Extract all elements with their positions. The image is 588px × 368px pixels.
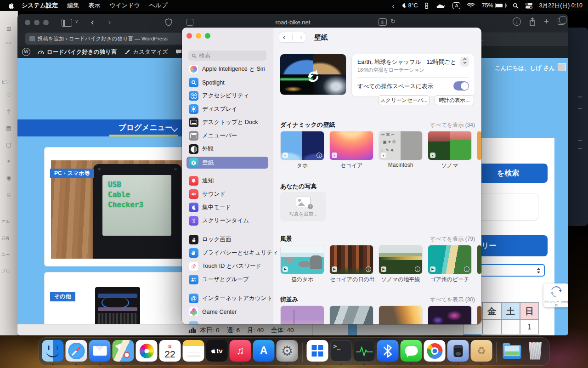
reload-icon[interactable]: ↻ <box>390 18 396 25</box>
scrollbar-thumb[interactable] <box>348 324 357 335</box>
battery-status-item[interactable]: 75% <box>481 2 505 9</box>
trash-icon[interactable]: ⍌ <box>0 192 17 198</box>
tab-overview-icon[interactable] <box>558 18 565 25</box>
category-tag[interactable]: その他 <box>50 292 75 301</box>
wallpaper-preview[interactable] <box>280 54 346 95</box>
sidebar-label-albums[interactable]: アル <box>1 219 17 225</box>
dock-messages[interactable] <box>401 340 422 365</box>
sidebar-item-focus[interactable]: 集中モード <box>187 201 268 214</box>
clock-button[interactable]: 時計の表示... <box>435 95 474 105</box>
wallpaper-thumb[interactable] <box>379 306 422 324</box>
address-bar[interactable]: road-bike.net <box>17 19 568 26</box>
settings-search-field[interactable]: 検索 <box>188 51 266 61</box>
map-icon[interactable]: ▤ <box>0 125 17 131</box>
dock-downloads-folder[interactable] <box>501 340 523 365</box>
sidebar-item-siri[interactable]: Apple Intelligence と Siri <box>187 63 268 75</box>
dock-music[interactable]: ♫ <box>230 340 251 365</box>
dock-audio-app[interactable] <box>447 340 469 365</box>
sidebar-item-lockscreen[interactable]: ロック画面 <box>187 233 268 246</box>
sidebar-item-notifications[interactable]: 通知 <box>187 175 268 187</box>
show-all-link[interactable]: すべてを表示 (30) <box>430 296 475 304</box>
menu-clock[interactable]: 3月22日(日) 0:10 <box>539 2 582 10</box>
people-icon[interactable]: ◉ <box>0 175 17 181</box>
sidebar-item-wallpaper-selected[interactable]: 壁紙 <box>187 157 268 169</box>
sidebar-item-internet-accounts[interactable]: @ インターネットアカウント <box>187 292 268 305</box>
category-tag[interactable]: PC・スマホ等 <box>50 169 94 178</box>
sidebar-label-utilities[interactable]: ユー <box>1 252 17 258</box>
sidebar-item-menubar[interactable]: メニューバー <box>187 130 268 142</box>
sidebar-item-accessibility[interactable]: アクセシビリティ <box>187 90 268 102</box>
gallery-icon[interactable]: ⊞ <box>0 26 17 32</box>
sidebar-label-shared[interactable]: 共有 <box>1 235 17 241</box>
menu-app-name[interactable]: システム設定 <box>22 1 58 10</box>
menu-view[interactable]: 表示 <box>88 1 100 10</box>
minimize-button[interactable] <box>196 33 201 39</box>
translate-icon[interactable]: あ <box>379 18 387 26</box>
zoom-button[interactable] <box>205 33 210 39</box>
wallpaper-thumb-partial[interactable] <box>477 131 481 160</box>
close-button[interactable] <box>187 33 192 39</box>
dock-terminal[interactable]: >_ <box>330 340 352 365</box>
apple-menu-icon[interactable] <box>8 2 14 9</box>
sidebar-item-sound[interactable]: サウンド <box>187 188 268 200</box>
sidebar-item-desktop-dock[interactable]: デスクトップと Dock <box>187 116 268 129</box>
dock-chrome[interactable] <box>424 340 446 365</box>
show-all-link[interactable]: すべてを表示 (34) <box>430 121 475 129</box>
dock-mail[interactable] <box>89 340 111 365</box>
screensaver-button[interactable]: スクリーンセーバ... <box>378 95 430 105</box>
dock-finder[interactable] <box>42 340 64 365</box>
menu-help[interactable]: ヘルプ <box>149 1 168 10</box>
dock-app-store[interactable]: A <box>253 340 275 365</box>
dock-system-settings[interactable]: ⚙ <box>277 340 298 365</box>
forward-button[interactable]: › <box>300 33 302 42</box>
dock-calendar[interactable]: 日 22 <box>159 340 181 365</box>
wallpaper-thumb[interactable]: ◐ <box>330 131 373 160</box>
collapse-chevron-icon[interactable]: ‹ <box>392 2 395 10</box>
tab-wordpress[interactable]: 投稿を追加 ‹ ロードバイク好きの独り言 — WordPress <box>25 33 198 45</box>
wallpaper-thumb[interactable]: ▶ ↓ <box>379 245 422 274</box>
wallpaper-thumb[interactable]: ▶ ↓ <box>428 245 471 274</box>
wordpress-logo-icon[interactable]: W <box>22 48 30 56</box>
dock-activity-monitor[interactable] <box>354 340 375 365</box>
sidebar-item-touchid[interactable]: Touch ID とパスワード <box>187 260 268 272</box>
spotlight-search-icon[interactable] <box>513 3 519 9</box>
wp-site-link[interactable]: ロードバイク好きの独り言 <box>38 48 117 56</box>
sidebar-label-projects[interactable]: プロ <box>1 268 17 274</box>
scan-icon[interactable]: ⌖ <box>0 158 17 164</box>
wallpaper-thumb[interactable]: ◐ <box>428 131 471 160</box>
sidebar-item-spotlight[interactable]: Spotlight <box>187 76 268 89</box>
sidebar-item-users[interactable]: ユーザとグループ <box>187 273 268 286</box>
status-item-icon[interactable] <box>424 2 429 9</box>
avatar[interactable] <box>558 63 566 71</box>
menu-edit[interactable]: 編集 <box>67 1 79 10</box>
sidebar-item-display[interactable]: ディスプレイ <box>187 103 268 115</box>
recaptcha-badge[interactable]: プライバシー - 利用規約 <box>543 283 568 307</box>
wallpaper-thumb[interactable]: ▶ ↓ <box>330 245 373 274</box>
dock-apple-tv[interactable]: tv <box>206 340 228 365</box>
runcat-icon[interactable] <box>435 3 446 9</box>
dock-windows[interactable] <box>307 340 328 365</box>
import-icon[interactable]: ⇪ <box>0 108 17 115</box>
dock-safari[interactable] <box>66 340 87 365</box>
dock-trash[interactable] <box>525 340 546 365</box>
weather-status-item[interactable]: 8°C <box>401 2 418 9</box>
wallpaper-thumb[interactable] <box>330 306 373 324</box>
dock-photos[interactable] <box>136 340 158 365</box>
new-tab-icon[interactable]: + <box>544 17 549 27</box>
wallpaper-thumb[interactable]: ◐ ↓ <box>281 131 324 160</box>
square-icon[interactable]: ▢ <box>0 142 17 148</box>
wp-customize-link[interactable]: カスタマイズ <box>124 48 168 56</box>
sidebar-item-screentime[interactable]: スクリーンタイム <box>187 215 268 227</box>
sidebar-label-pins[interactable]: ピン <box>1 79 17 85</box>
share-icon[interactable] <box>529 17 536 26</box>
calendar-day-1[interactable]: 1 <box>520 320 539 334</box>
add-photo-button[interactable]: + 写真を追加... <box>280 192 326 221</box>
shuffle-frequency[interactable]: 12時間ごと <box>427 58 457 66</box>
sidebar-item-partial[interactable] <box>187 320 268 324</box>
dock-app-cleaner[interactable]: ♻ <box>471 340 492 365</box>
show-all-link[interactable]: すべてを表示 (79) <box>430 235 475 243</box>
wallpaper-thumb[interactable] <box>428 306 471 324</box>
frequency-stepper[interactable] <box>460 57 469 67</box>
menu-window[interactable]: ウインドウ <box>109 1 140 10</box>
wallpaper-thumb-partial[interactable] <box>477 245 481 274</box>
